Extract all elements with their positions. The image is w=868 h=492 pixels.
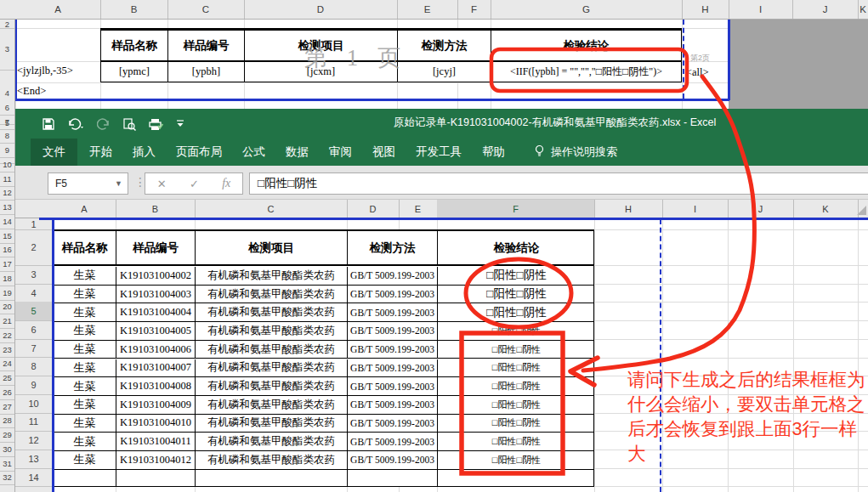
- cell-test-item-5[interactable]: 有机磷和氨基甲酸酯类农药: [196, 303, 348, 321]
- cell-conclusion-3[interactable]: □阳性□阴性: [438, 267, 594, 285]
- inner-row-header-8[interactable]: 8: [15, 358, 52, 377]
- outer-header-test-method[interactable]: 检测方法: [398, 31, 491, 60]
- inner-col-header-E[interactable]: E: [399, 200, 438, 218]
- save-icon[interactable]: [43, 118, 54, 130]
- outer-row-header-13[interactable]: 13: [0, 200, 14, 215]
- cell-test-item-11[interactable]: 有机磷和氨基甲酸酯类农药: [196, 415, 348, 433]
- cell-empty-14-4[interactable]: [438, 470, 594, 487]
- inner-col-header-J[interactable]: J: [728, 200, 794, 218]
- cell-test-method-3[interactable]: GB/T 5009.199-2003: [348, 267, 438, 285]
- outer-field-jcyj[interactable]: [jcyj]: [398, 62, 491, 82]
- outer-col-header-G[interactable]: G: [491, 0, 683, 19]
- outer-col-header-F[interactable]: F: [457, 0, 491, 19]
- cell-sample-code-7[interactable]: K191031004006: [116, 341, 196, 359]
- cell-sample-name-3[interactable]: 生菜: [54, 267, 116, 285]
- cell-test-method-9[interactable]: GB/T 5009.199-2003: [348, 377, 438, 395]
- cell-test-item-6[interactable]: 有机磷和氨基甲酸酯类农药: [196, 322, 348, 340]
- cell-sample-name-5[interactable]: 生菜: [54, 303, 116, 321]
- cell-test-method-5[interactable]: GB/T 5009.199-2003: [348, 303, 438, 321]
- cell-conclusion-6[interactable]: □阳性□阴性: [438, 322, 594, 340]
- tab-insert[interactable]: 插入: [122, 139, 166, 166]
- cell-test-item-9[interactable]: 有机磷和氨基甲酸酯类农药: [196, 377, 348, 395]
- outer-col-header-I[interactable]: I: [729, 0, 793, 19]
- outer-row-header-23[interactable]: 23: [0, 342, 14, 358]
- outer-row-header-27[interactable]: 27: [0, 399, 14, 415]
- tab-page-layout[interactable]: 页面布局: [166, 139, 232, 166]
- outer-row-header-31[interactable]: 31: [0, 456, 14, 472]
- cell-test-item-12[interactable]: 有机磷和氨基甲酸酯类农药: [196, 433, 348, 450]
- col-header-sample-name[interactable]: 样品名称: [54, 231, 116, 264]
- tab-formulas[interactable]: 公式: [232, 139, 275, 166]
- cell-sample-name-7[interactable]: 生菜: [54, 341, 116, 359]
- outer-col-header-C[interactable]: C: [167, 0, 245, 19]
- cell-sample-code-9[interactable]: K191031004008: [116, 377, 196, 395]
- cell-test-item-7[interactable]: 有机磷和氨基甲酸酯类农药: [196, 341, 348, 359]
- cell-test-method-8[interactable]: GB/T 5009.199-2003: [348, 359, 438, 377]
- col-header-test-method[interactable]: 检测方法: [348, 231, 438, 264]
- outer-row-header-9[interactable]: 9: [0, 143, 14, 158]
- tab-help[interactable]: 帮助: [472, 139, 515, 166]
- print-preview-icon[interactable]: [123, 118, 136, 131]
- cell-test-method-4[interactable]: GB/T 5009.199-2003: [348, 286, 438, 303]
- cell-sample-name-6[interactable]: 生菜: [54, 322, 116, 340]
- outer-row-header-15[interactable]: 15: [0, 229, 14, 244]
- inner-col-header-C[interactable]: C: [195, 200, 348, 218]
- cell-conclusion-13[interactable]: □阳性□阴性: [438, 451, 594, 469]
- tell-me-search[interactable]: 操作说明搜索: [534, 144, 617, 160]
- outer-row-header-32[interactable]: 32: [0, 471, 14, 486]
- outer-header-conclusion[interactable]: 检验结论: [491, 31, 681, 60]
- outer-col-header-D[interactable]: D: [244, 0, 398, 19]
- cell-test-method-7[interactable]: GB/T 5009.199-2003: [348, 341, 438, 359]
- outer-header-sample-code[interactable]: 样品编号: [168, 31, 245, 60]
- cell-sample-name-8[interactable]: 生菜: [54, 359, 116, 377]
- cell-test-item-3[interactable]: 有机磷和氨基甲酸酯类农药: [196, 267, 348, 285]
- cell-sample-code-6[interactable]: K191031004005: [116, 322, 196, 340]
- cell-conclusion-8[interactable]: □阳性□阴性: [438, 359, 594, 377]
- outer-row-header-11[interactable]: 11: [0, 172, 14, 187]
- cell-conclusion-9[interactable]: □阳性□阴性: [438, 377, 594, 395]
- cell-test-item-4[interactable]: 有机磷和氨基甲酸酯类农药: [196, 286, 348, 303]
- outer-row-header-17[interactable]: 17: [0, 257, 14, 272]
- cell-empty-14-2[interactable]: [196, 470, 348, 487]
- cell-conclusion-7[interactable]: □阳性□阴性: [438, 341, 594, 359]
- cell-sample-code-8[interactable]: K191031004007: [116, 359, 196, 377]
- cell-conclusion-11[interactable]: □阳性□阴性: [438, 415, 594, 433]
- cell-empty-14-3[interactable]: [348, 470, 438, 487]
- outer-row-header-24[interactable]: 24: [0, 357, 14, 372]
- tab-file[interactable]: 文件: [31, 139, 77, 166]
- inner-row-header-4[interactable]: 4: [15, 284, 52, 303]
- inner-row-header-2[interactable]: 2: [15, 229, 52, 266]
- inner-col-header-D[interactable]: D: [347, 200, 400, 218]
- outer-row-header-7[interactable]: 7: [0, 115, 14, 130]
- cell-sample-name-10[interactable]: 生菜: [54, 396, 116, 414]
- cell-conclusion-5[interactable]: □阳性□阴性: [438, 303, 594, 321]
- cell-sample-code-5[interactable]: K191031004004: [116, 303, 196, 321]
- cell-test-item-10[interactable]: 有机磷和氨基甲酸酯类农药: [196, 396, 348, 414]
- cell-sample-code-13[interactable]: K191031004012: [116, 451, 196, 469]
- outer-row-header-6[interactable]: 6: [0, 100, 14, 116]
- undo-icon[interactable]: [67, 118, 84, 130]
- cell-sample-code-11[interactable]: K191031004010: [116, 415, 196, 433]
- cell-test-method-10[interactable]: GB/T 5009.199-2003: [348, 396, 438, 414]
- inner-row-header-7[interactable]: 7: [15, 339, 52, 359]
- inner-col-header-H[interactable]: H: [594, 200, 663, 218]
- inner-row-header-9[interactable]: 9: [15, 376, 52, 395]
- outer-row-header-14[interactable]: 14: [0, 214, 14, 229]
- inner-row-header-12[interactable]: 12: [15, 431, 52, 450]
- enter-icon[interactable]: ✓: [190, 178, 199, 190]
- tab-review[interactable]: 审阅: [319, 139, 362, 166]
- outer-field-ypmc[interactable]: [ypmc]: [101, 62, 168, 82]
- cell-sample-name-13[interactable]: 生菜: [54, 451, 116, 469]
- inner-row-header-10[interactable]: 10: [15, 394, 52, 414]
- outer-header-sample-name[interactable]: 样品名称: [101, 31, 168, 60]
- outer-field-iif-formula[interactable]: <IIF([ypbh] = "","","□阳性□阴性")>: [491, 62, 681, 82]
- cell-test-method-6[interactable]: GB/T 5009.199-2003: [348, 322, 438, 340]
- outer-end-marker[interactable]: <End>: [17, 85, 46, 98]
- inner-row-header-13[interactable]: 13: [15, 450, 52, 469]
- outer-left-marker[interactable]: <jylzjlb,-35>: [17, 65, 73, 77]
- cell-sample-code-3[interactable]: K191031004002: [116, 267, 196, 285]
- tab-view[interactable]: 视图: [362, 139, 406, 166]
- cell-test-method-11[interactable]: GB/T 5009.199-2003: [348, 415, 438, 433]
- cell-conclusion-4[interactable]: □阳性□阴性: [438, 286, 594, 303]
- name-box-dropdown-icon[interactable]: ▼: [115, 179, 122, 188]
